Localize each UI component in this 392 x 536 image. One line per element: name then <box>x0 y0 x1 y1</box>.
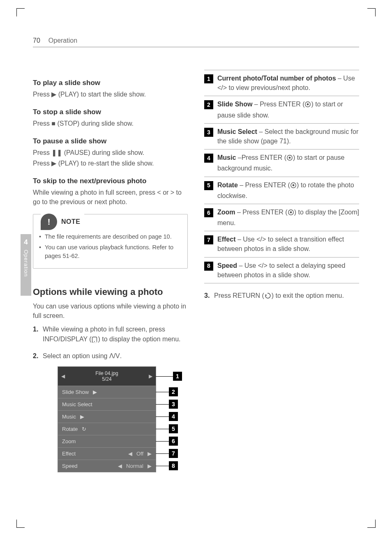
definition-badge: 4 <box>204 154 213 163</box>
heading-skip-photo: To skip to the next/previous photo <box>33 177 188 185</box>
definition-item: 2 Slide Show – Press ENTER () to start o… <box>204 96 359 123</box>
callout-badge: 1 <box>173 372 182 381</box>
definition-badge: 8 <box>204 262 213 271</box>
play-icon: ▶ <box>93 389 97 395</box>
page-section: Operation <box>48 37 77 44</box>
svg-point-6 <box>289 157 291 159</box>
menu-row-speed: Speed ◀Normal▶ 8 <box>58 460 156 472</box>
photo-option-menu: ◀ File 04.jpg 5/24 ▶ 1 Slide Show▶ 2 Mus… <box>58 366 156 472</box>
callout-badge: 7 <box>169 449 178 458</box>
definition-item: 3 Music Select – Select the background m… <box>204 124 359 150</box>
definition-badge: 6 <box>204 208 213 217</box>
heading-stop-slideshow: To stop a slide show <box>33 108 188 116</box>
left-column: To play a slide show Press ▶ (PLAY) to s… <box>33 70 188 472</box>
info-display-icon <box>92 336 98 345</box>
next-photo-arrow-icon: ▶ <box>149 373 152 379</box>
menu-header-row: ◀ File 04.jpg 5/24 ▶ 1 <box>58 367 156 386</box>
menu-file-name: File 04.jpg <box>95 370 118 376</box>
menu-row-slideshow: Slide Show▶ 2 <box>58 386 156 398</box>
left-arrow-icon: ◀ <box>118 463 122 469</box>
rotate-icon: ↻ <box>82 426 86 432</box>
page-number: 70 <box>33 37 40 44</box>
play-icon: ▶ <box>80 414 84 420</box>
menu-row-rotate: Rotate↻ 5 <box>58 423 156 435</box>
menu-file-count: 5/24 <box>102 376 111 382</box>
text-options-intro: You can use various options while viewin… <box>33 301 188 320</box>
menu-row-music-select: Music Select 3 <box>58 398 156 410</box>
option-definitions: 1 Current photo/Total number of photos –… <box>204 70 359 283</box>
svg-point-8 <box>293 184 295 186</box>
note-icon: ! <box>41 214 57 230</box>
heading-play-slideshow: To play a slide show <box>33 79 188 87</box>
definition-badge: 7 <box>204 235 213 244</box>
callout-badge: 3 <box>169 400 178 409</box>
right-arrow-icon: ▶ <box>148 463 152 469</box>
step-3: 3. Press RETURN () to exit the option me… <box>204 291 359 301</box>
note-item: You can use various playback functions. … <box>39 243 182 260</box>
definition-badge: 3 <box>204 128 213 137</box>
svg-point-4 <box>307 104 309 106</box>
left-arrow-icon: ◀ <box>128 451 132 457</box>
right-column: 1 Current photo/Total number of photos –… <box>204 70 359 472</box>
right-arrow-icon: ▶ <box>148 451 152 457</box>
enter-icon <box>286 154 293 163</box>
text-play-slideshow: Press ▶ (PLAY) to start the slide show. <box>33 90 188 99</box>
callout-badge: 5 <box>169 424 178 433</box>
callout-badge: 4 <box>169 412 178 421</box>
step-1: 1. While viewing a photo in full screen,… <box>33 324 188 345</box>
svg-point-10 <box>290 211 292 213</box>
svg-rect-1 <box>93 341 97 343</box>
heading-options-viewing: Options while viewing a photo <box>33 287 188 297</box>
enter-icon <box>288 209 294 218</box>
menu-row-music: Music▶ 4 <box>58 410 156 423</box>
step-3-text: Press RETURN () to exit the option menu. <box>214 292 344 299</box>
definition-item: 4 Music –Press ENTER () to start or paus… <box>204 150 359 177</box>
definition-badge: 2 <box>204 100 213 109</box>
heading-pause-slideshow: To pause a slide show <box>33 137 188 145</box>
note-box: ! NOTE The file requirements are describ… <box>33 214 188 269</box>
page-header: 70 Operation <box>33 37 359 47</box>
callout-badge: 6 <box>169 437 178 446</box>
definition-item: 6 Zoom – Press ENTER () to display the [… <box>204 204 359 231</box>
callout-badge: 8 <box>169 461 178 470</box>
note-title: NOTE <box>61 218 80 225</box>
enter-icon <box>304 101 311 110</box>
definition-item: 5 Rotate – Press ENTER () to rotate the … <box>204 177 359 204</box>
definition-badge: 5 <box>204 181 213 190</box>
definition-item: 1 Current photo/Total number of photos –… <box>204 70 359 96</box>
step-2: 2. Select an option using Λ/V. <box>33 351 188 361</box>
step-2-text: Select an option using Λ/V. <box>43 352 122 359</box>
menu-row-zoom: Zoom 6 <box>58 435 156 447</box>
prev-photo-arrow-icon: ◀ <box>61 373 65 379</box>
text-stop-slideshow: Press ■ (STOP) during slide show. <box>33 119 188 128</box>
step-1-text: While viewing a photo in full screen, pr… <box>43 326 181 342</box>
return-icon <box>264 292 272 301</box>
callout-badge: 2 <box>169 387 178 396</box>
text-pause-slideshow-2: Press ▶ (PLAY) to re-start the slide sho… <box>33 159 188 168</box>
definition-badge: 1 <box>204 74 213 83</box>
menu-row-effect: Effect ◀Off▶ 7 <box>58 447 156 460</box>
definition-item: 7 Effect – Use </> to select a transitio… <box>204 231 359 257</box>
definition-item: 8 Speed – Use </> to select a delaying s… <box>204 258 359 283</box>
enter-icon <box>290 182 297 191</box>
text-pause-slideshow-1: Press ❚❚ (PAUSE) during slide show. <box>33 148 188 157</box>
note-item: The file requirements are described on p… <box>39 232 182 241</box>
text-skip-photo: While viewing a photo in full screen, pr… <box>33 188 188 207</box>
